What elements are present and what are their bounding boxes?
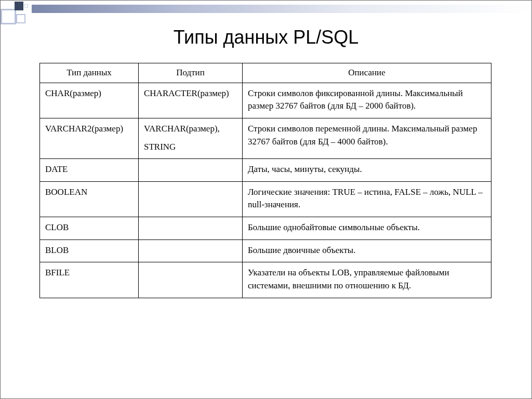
col-header-subtype: Подтип xyxy=(139,63,243,83)
table-row: BOOLEAN Логические значения: TRUE – исти… xyxy=(40,181,491,217)
cell-subtype xyxy=(139,159,243,182)
cell-subtype xyxy=(139,217,243,240)
table-row: CLOB Большие однобайтовые символьные объ… xyxy=(40,217,491,240)
page-title: Типы данных PL/SQL xyxy=(1,26,531,48)
cell-type: BFILE xyxy=(40,262,139,298)
cell-description: Строки символов переменной длины. Максим… xyxy=(243,118,491,158)
cell-type: DATE xyxy=(40,159,139,182)
table-row: DATE Даты, часы, минуты, секунды. xyxy=(40,159,491,182)
corner-squares-icon xyxy=(1,1,32,29)
table-header-row: Тип данных Подтип Описание xyxy=(40,63,491,83)
table-row: CHAR(размер) CHARACTER(размер) Строки си… xyxy=(40,83,491,118)
cell-type: VARCHAR2(размер) xyxy=(40,118,139,158)
cell-type: CLOB xyxy=(40,217,139,240)
cell-description: Даты, часы, минуты, секунды. xyxy=(243,159,491,182)
subtype-line: STRING xyxy=(144,141,237,154)
cell-description: Указатели на объекты LOB, управляемые фа… xyxy=(243,262,491,298)
table-row: VARCHAR2(размер) VARCHAR(размер), STRING… xyxy=(40,118,491,158)
cell-subtype: CHARACTER(размер) xyxy=(139,83,243,118)
cell-description: Логические значения: TRUE – истина, FALS… xyxy=(243,181,491,217)
cell-description: Строки символов фиксированной длины. Мак… xyxy=(243,83,491,118)
cell-description: Большие однобайтовые символьные объекты. xyxy=(243,217,491,240)
top-gradient-rule xyxy=(32,5,531,13)
cell-type: BOOLEAN xyxy=(40,181,139,217)
cell-type: CHAR(размер) xyxy=(40,83,139,118)
col-header-description: Описание xyxy=(243,63,491,83)
table-row: BLOB Большие двоичные объекты. xyxy=(40,240,491,262)
cell-subtype xyxy=(139,240,243,262)
table-row: BFILE Указатели на объекты LOB, управляе… xyxy=(40,262,491,298)
cell-subtype: VARCHAR(размер), STRING xyxy=(139,118,243,158)
cell-subtype xyxy=(139,262,243,298)
cell-subtype xyxy=(139,181,243,217)
data-types-table: Тип данных Подтип Описание CHAR(размер) … xyxy=(39,63,491,298)
subtype-line: VARCHAR(размер), xyxy=(144,123,237,136)
cell-type: BLOB xyxy=(40,240,139,262)
slide-frame: Типы данных PL/SQL Тип данных Подтип Опи… xyxy=(0,0,532,399)
subtype-line: CHARACTER(размер) xyxy=(144,87,237,100)
col-header-type: Тип данных xyxy=(40,63,139,83)
cell-description: Большие двоичные объекты. xyxy=(243,240,491,262)
